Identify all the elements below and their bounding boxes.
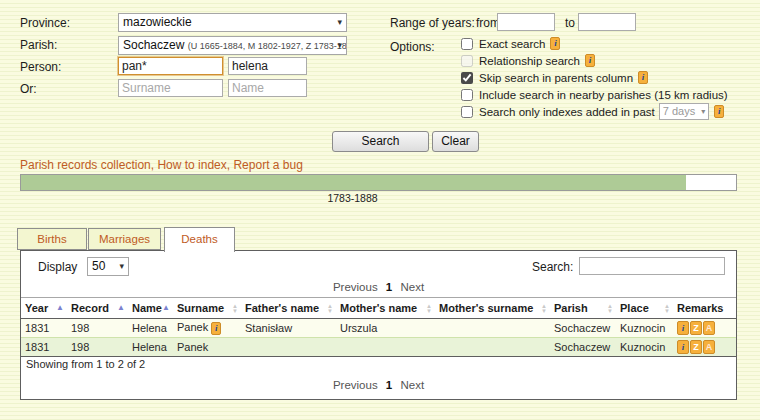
- province-select[interactable]: mazowieckie ▾: [118, 13, 347, 32]
- cell-mothers-name: Urszula: [336, 319, 435, 338]
- info-icon[interactable]: i: [550, 37, 560, 50]
- column-header-year[interactable]: Year▲: [21, 298, 67, 319]
- tab-births[interactable]: Births: [17, 228, 87, 250]
- next-page-button[interactable]: Next: [400, 379, 424, 391]
- option-label: Relationship search: [479, 55, 580, 67]
- display-label: Display: [38, 260, 77, 274]
- recent-indexes-checkbox[interactable]: [461, 106, 473, 118]
- nearby-parishes-checkbox[interactable]: [461, 89, 473, 101]
- previous-page-button[interactable]: Previous: [333, 379, 378, 391]
- index-coverage-bar-fill: [21, 175, 686, 190]
- cell-remarks: iZA: [673, 319, 736, 338]
- recent-period-select[interactable]: 7 days ▾: [659, 103, 709, 120]
- or-surname-input[interactable]: [118, 79, 223, 97]
- table-row: 1831 198 Helena Panek Sochaczew Kuznocin…: [21, 338, 736, 357]
- chevron-down-icon: ▾: [119, 258, 124, 275]
- results-summary: Showing from 1 to 2 of 2: [26, 358, 145, 370]
- person-surname-input[interactable]: [118, 57, 223, 75]
- option-label: Include search in nearby parishes (15 km…: [479, 89, 728, 101]
- cell-fathers-name: Stanisław: [241, 319, 336, 338]
- info-icon[interactable]: i: [714, 105, 724, 118]
- cell-parish: Sochaczew: [550, 338, 616, 357]
- cell-surname: Panek: [173, 338, 241, 357]
- column-header-surname[interactable]: Surname▲▼: [173, 298, 241, 319]
- exact-search-checkbox[interactable]: [461, 38, 473, 50]
- coverage-period-label: 1783-1888: [20, 192, 685, 204]
- clear-button[interactable]: Clear: [432, 131, 479, 152]
- results-panel: Display 50 ▾ Search: Previous 1 Next Yea…: [20, 250, 737, 400]
- sort-asc-icon: ▲: [162, 304, 170, 312]
- search-button[interactable]: Search: [332, 131, 429, 152]
- column-header-fathers-name[interactable]: Father's name▲▼: [241, 298, 336, 319]
- current-page-number[interactable]: 1: [386, 281, 392, 293]
- cell-place: Kuznocin: [616, 319, 673, 338]
- cell-mothers-surname: [435, 319, 550, 338]
- scan-link-icon[interactable]: Z: [690, 340, 702, 354]
- table-search-input[interactable]: [579, 257, 725, 275]
- info-icon[interactable]: i: [585, 54, 595, 67]
- note-icon[interactable]: i: [677, 321, 689, 335]
- option-skip-parents-search[interactable]: Skip search in parents column i: [461, 70, 648, 85]
- cell-record: 198: [67, 319, 128, 338]
- year-to-input[interactable]: [578, 13, 636, 31]
- links-row: Parish records collection, How to index,…: [20, 158, 303, 172]
- tab-marriages[interactable]: Marriages: [88, 228, 161, 250]
- display-count-select[interactable]: 50 ▾: [87, 257, 129, 276]
- column-header-place[interactable]: Place▲▼: [616, 298, 673, 319]
- chevron-down-icon: ▾: [337, 14, 342, 31]
- column-header-record[interactable]: Record▲: [67, 298, 128, 319]
- province-label: Province:: [20, 16, 70, 30]
- current-page-number[interactable]: 1: [386, 379, 392, 391]
- how-to-index-link[interactable]: How to index: [157, 158, 226, 172]
- option-relationship-search[interactable]: Relationship search i: [461, 53, 595, 68]
- recent-period-value: 7 days: [663, 105, 695, 117]
- skip-parents-checkbox[interactable]: [461, 72, 473, 84]
- to-label: to: [565, 16, 575, 30]
- cell-remarks: iZA: [673, 338, 736, 357]
- option-nearby-parishes[interactable]: Include search in nearby parishes (15 km…: [461, 87, 728, 102]
- option-recent-indexes[interactable]: Search only indexes added in past 7 days…: [461, 104, 724, 119]
- report-a-bug-link[interactable]: Report a bug: [233, 158, 302, 172]
- index-coverage-bar: [20, 174, 737, 191]
- or-name-input[interactable]: [228, 79, 307, 97]
- cell-place: Kuznocin: [616, 338, 673, 357]
- results-table: Year▲ Record▲ Name▲ Surname▲▼ Father's n…: [21, 297, 736, 357]
- year-from-input[interactable]: [497, 13, 555, 31]
- relationship-search-checkbox[interactable]: [461, 55, 473, 67]
- cell-surname: Paneki: [173, 319, 241, 338]
- column-header-name[interactable]: Name▲: [128, 298, 173, 319]
- column-header-mothers-name[interactable]: Mother's name▲▼: [336, 298, 435, 319]
- column-header-remarks: Remarks: [673, 298, 736, 319]
- cell-name: Helena: [128, 319, 173, 338]
- province-value: mazowieckie: [123, 15, 192, 29]
- column-header-parish[interactable]: Parish▲▼: [550, 298, 616, 319]
- cell-year: 1831: [21, 319, 67, 338]
- cell-name: Helena: [128, 338, 173, 357]
- parish-value: Sochaczew: [123, 38, 184, 52]
- previous-page-button[interactable]: Previous: [333, 281, 378, 293]
- tab-deaths[interactable]: Deaths: [164, 227, 235, 252]
- info-icon[interactable]: i: [638, 71, 648, 84]
- next-page-button[interactable]: Next: [400, 281, 424, 293]
- parish-years-detail: (U 1665-1884, M 1802-1927, Z 1783-1888): [188, 41, 347, 51]
- info-icon[interactable]: i: [211, 322, 221, 335]
- display-count-value: 50: [92, 259, 105, 273]
- column-header-mothers-surname[interactable]: Mother's surname▲▼: [435, 298, 550, 319]
- sort-both-icon: ▲▼: [327, 304, 333, 313]
- parish-select[interactable]: Sochaczew (U 1665-1884, M 1802-1927, Z 1…: [118, 36, 347, 55]
- sort-asc-icon: ▲: [56, 304, 64, 312]
- option-exact-search[interactable]: Exact search i: [461, 36, 560, 51]
- archive-link-icon[interactable]: A: [703, 321, 715, 335]
- person-name-input[interactable]: [228, 57, 307, 75]
- sort-both-icon: ▲▼: [664, 304, 670, 313]
- sort-both-icon: ▲▼: [426, 304, 432, 313]
- parish-records-collection-link[interactable]: Parish records collection: [20, 158, 151, 172]
- sort-both-icon: ▲▼: [607, 304, 613, 313]
- option-label: Skip search in parents column: [479, 72, 633, 84]
- scan-link-icon[interactable]: Z: [690, 321, 702, 335]
- note-icon[interactable]: i: [677, 340, 689, 354]
- sort-both-icon: ▲▼: [232, 304, 238, 313]
- range-of-years-label: Range of years:: [390, 16, 475, 30]
- table-row: 1831 198 Helena Paneki Stanisław Urszula…: [21, 319, 736, 338]
- archive-link-icon[interactable]: A: [703, 340, 715, 354]
